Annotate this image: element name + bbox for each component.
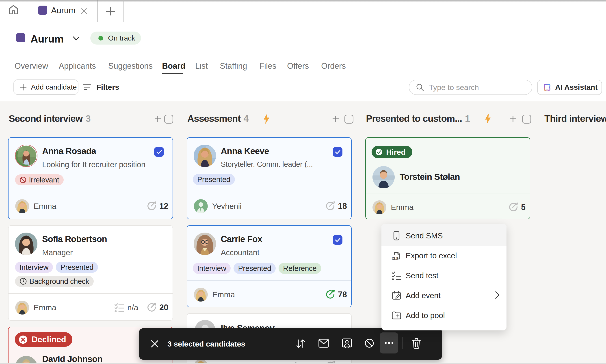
svg-text:XLS: XLS bbox=[392, 257, 399, 260]
